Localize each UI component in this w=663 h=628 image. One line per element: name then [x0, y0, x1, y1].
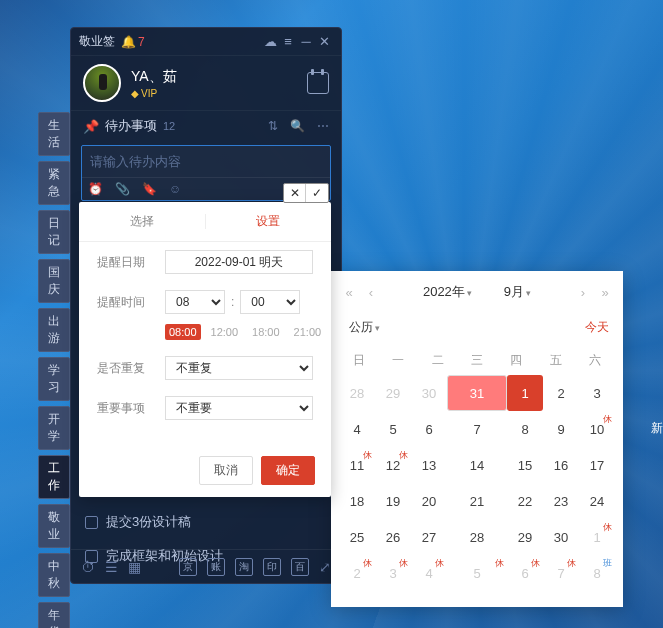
tab-select[interactable]: 选择	[79, 202, 205, 241]
ok-button[interactable]: 确定	[261, 456, 315, 485]
side-tab[interactable]: 敬业	[38, 504, 70, 548]
calendar-day[interactable]: 30	[543, 519, 579, 555]
side-tab[interactable]: 开学	[38, 406, 70, 450]
calendar-day[interactable]: 1休	[579, 519, 615, 555]
side-tab[interactable]: 日记	[38, 210, 70, 254]
side-tab[interactable]: 工作	[38, 455, 70, 499]
calendar-day[interactable]: 31	[447, 375, 507, 411]
time-preset[interactable]: 08:00	[165, 324, 201, 340]
time-preset[interactable]: 12:00	[207, 324, 243, 340]
todo-item[interactable]: 提交3份设计稿	[71, 505, 341, 539]
prev-month-icon[interactable]: ‹	[363, 285, 379, 300]
calendar-day[interactable]: 1	[507, 375, 543, 411]
calendar-day[interactable]: 28	[339, 375, 375, 411]
search-icon[interactable]: 🔍	[290, 119, 305, 133]
cancel-button[interactable]: 取消	[199, 456, 253, 485]
menu-icon[interactable]: ≡	[279, 34, 297, 49]
year-select[interactable]: 2022年▾	[419, 281, 476, 303]
calendar-day[interactable]: 29	[507, 519, 543, 555]
close-icon[interactable]: ✕	[315, 34, 333, 49]
chip[interactable]: 账	[207, 558, 225, 576]
calendar-day[interactable]: 13	[411, 447, 447, 483]
calendar-day[interactable]: 6休	[507, 555, 543, 591]
today-link[interactable]: 今天	[585, 319, 609, 336]
calendar-day[interactable]: 3休	[375, 555, 411, 591]
attach-icon[interactable]: 📎	[115, 182, 130, 196]
calendar-day[interactable]: 7休	[543, 555, 579, 591]
time-preset[interactable]: 21:00	[290, 324, 326, 340]
calendar-day[interactable]: 24	[579, 483, 615, 519]
calendar-day[interactable]: 23	[543, 483, 579, 519]
calendar-day[interactable]: 5休	[447, 555, 507, 591]
calendar-day[interactable]: 12休	[375, 447, 411, 483]
sort-icon[interactable]: ⇅	[268, 119, 278, 133]
reminder-icon[interactable]: ⏰	[88, 182, 103, 196]
tab-settings[interactable]: 设置	[206, 202, 332, 241]
chip[interactable]: 百	[291, 558, 309, 576]
cloud-icon[interactable]: ☁	[261, 34, 279, 49]
calendar-day[interactable]: 19	[375, 483, 411, 519]
notification-badge[interactable]: 🔔 7	[121, 35, 145, 49]
calendar-day[interactable]: 5	[375, 411, 411, 447]
chip[interactable]: 淘	[235, 558, 253, 576]
calendar-day[interactable]: 6	[411, 411, 447, 447]
time-preset[interactable]: 18:00	[248, 324, 284, 340]
calendar-day[interactable]: 25	[339, 519, 375, 555]
date-input[interactable]	[165, 250, 313, 274]
tag-icon[interactable]: 🔖	[142, 182, 157, 196]
calendar-day[interactable]: 17	[579, 447, 615, 483]
emoji-icon[interactable]: ☺	[169, 182, 181, 196]
expand-icon[interactable]: ⤢	[319, 559, 331, 575]
calendar-day[interactable]: 7	[447, 411, 507, 447]
calendar-day[interactable]: 8班	[579, 555, 615, 591]
todo-input[interactable]	[82, 146, 330, 177]
calendar-icon[interactable]	[307, 72, 329, 94]
next-month-icon[interactable]: ›	[575, 285, 591, 300]
side-tab[interactable]: 生活	[38, 112, 70, 156]
calendar-day[interactable]: 15	[507, 447, 543, 483]
calendar-day[interactable]: 28	[447, 519, 507, 555]
inline-confirm-button[interactable]: ✓	[306, 184, 328, 202]
repeat-select[interactable]: 不重复	[165, 356, 313, 380]
calendar-day[interactable]: 9	[543, 411, 579, 447]
side-tab[interactable]: 中秋	[38, 553, 70, 597]
side-tab[interactable]: 年货	[38, 602, 70, 628]
prev-year-icon[interactable]: «	[341, 285, 357, 300]
next-year-icon[interactable]: »	[597, 285, 613, 300]
calendar-day[interactable]: 18	[339, 483, 375, 519]
inline-cancel-button[interactable]: ✕	[284, 184, 306, 202]
calendar-day[interactable]: 11休	[339, 447, 375, 483]
minimize-icon[interactable]: ─	[297, 34, 315, 49]
calendar-day[interactable]: 10休	[579, 411, 615, 447]
calendar-day[interactable]: 8	[507, 411, 543, 447]
calendar-day[interactable]: 4休	[411, 555, 447, 591]
side-tab[interactable]: 国庆	[38, 259, 70, 303]
calendar-day[interactable]: 30	[411, 375, 447, 411]
calendar-day[interactable]: 29	[375, 375, 411, 411]
calendar-day[interactable]: 22	[507, 483, 543, 519]
grid-icon[interactable]: ▦	[128, 559, 141, 575]
calendar-day[interactable]: 14	[447, 447, 507, 483]
calendar-day[interactable]: 16	[543, 447, 579, 483]
calendar-day[interactable]: 27	[411, 519, 447, 555]
side-tab[interactable]: 学习	[38, 357, 70, 401]
avatar[interactable]	[83, 64, 121, 102]
more-icon[interactable]: ⋯	[317, 119, 329, 133]
chip[interactable]: 印	[263, 558, 281, 576]
month-select[interactable]: 9月▾	[500, 281, 535, 303]
calendar-day[interactable]: 4	[339, 411, 375, 447]
calendar-system-select[interactable]: 公历▾	[345, 317, 384, 338]
important-select[interactable]: 不重要	[165, 396, 313, 420]
calendar-day[interactable]: 3	[579, 375, 615, 411]
calendar-day[interactable]: 20	[411, 483, 447, 519]
calendar-day[interactable]: 2	[543, 375, 579, 411]
clock-icon[interactable]: ⏱	[81, 559, 95, 575]
side-tab[interactable]: 紧急	[38, 161, 70, 205]
calendar-day[interactable]: 26	[375, 519, 411, 555]
chip[interactable]: 京	[179, 558, 197, 576]
checkbox[interactable]	[85, 516, 98, 529]
minute-select[interactable]: 00	[240, 290, 300, 314]
side-tab[interactable]: 出游	[38, 308, 70, 352]
hour-select[interactable]: 08	[165, 290, 225, 314]
calendar-day[interactable]: 21	[447, 483, 507, 519]
